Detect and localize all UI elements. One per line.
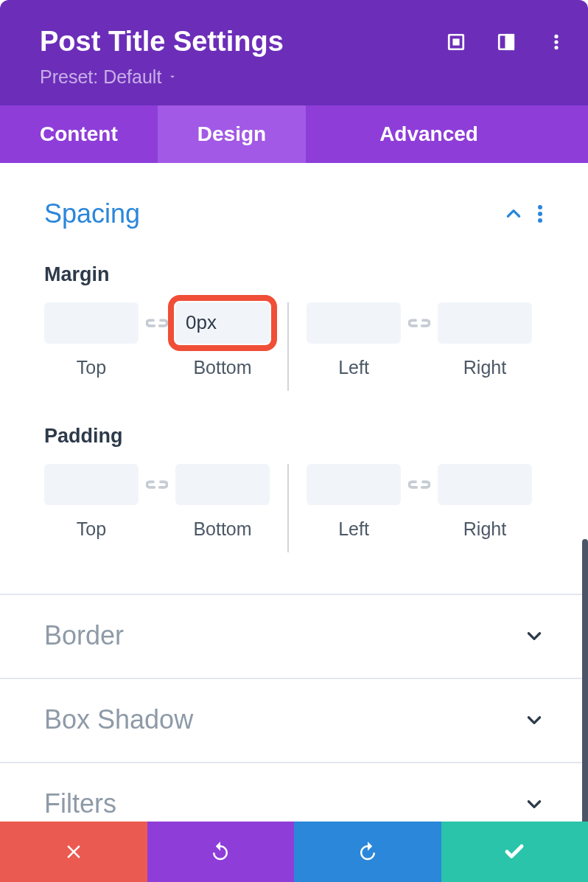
vertical-divider <box>287 464 289 552</box>
section-filters-title: Filters <box>44 788 116 819</box>
padding-group: Padding Top Bottom <box>44 425 544 552</box>
redo-icon <box>357 841 379 863</box>
section-box-shadow-title: Box Shadow <box>44 704 193 735</box>
tab-advanced[interactable]: Advanced <box>306 105 514 163</box>
chevron-down-icon[interactable] <box>525 710 544 729</box>
margin-bottom-input[interactable] <box>175 302 270 344</box>
section-box-shadow-header[interactable]: Box Shadow <box>44 704 544 735</box>
padding-row: Top Bottom Left <box>44 464 544 552</box>
preset-dropdown[interactable]: Preset: Default <box>40 66 178 88</box>
padding-left-input[interactable] <box>307 464 401 505</box>
margin-left-label: Left <box>338 357 369 378</box>
section-box-shadow: Box Shadow <box>0 679 588 763</box>
panel-body: Spacing Margin Top <box>0 163 588 822</box>
section-spacing-title: Spacing <box>44 198 140 229</box>
padding-left-label: Left <box>338 518 369 540</box>
svg-point-7 <box>554 46 558 49</box>
link-icon[interactable] <box>139 302 175 344</box>
svg-point-8 <box>538 205 542 209</box>
padding-label: Padding <box>44 425 544 448</box>
margin-group: Margin Top Bottom <box>44 263 544 391</box>
margin-left-input[interactable] <box>307 302 401 344</box>
link-icon[interactable] <box>401 464 438 505</box>
hover-settings-icon[interactable] <box>497 32 516 52</box>
action-footer <box>0 822 588 882</box>
section-border-header[interactable]: Border <box>44 620 544 651</box>
padding-bottom-label: Bottom <box>193 518 251 540</box>
tab-content[interactable]: Content <box>0 105 158 163</box>
undo-button[interactable] <box>147 822 295 882</box>
margin-label: Margin <box>44 263 544 286</box>
preset-label: Preset: Default <box>40 66 161 88</box>
margin-top-label: Top <box>77 357 106 378</box>
cancel-button[interactable] <box>0 822 147 882</box>
margin-top-input[interactable] <box>44 302 139 344</box>
padding-top-label: Top <box>77 518 106 540</box>
svg-point-9 <box>538 212 542 216</box>
margin-row: Top Bottom Left <box>44 302 544 391</box>
padding-right-input[interactable] <box>438 464 532 505</box>
section-border: Border <box>0 595 588 679</box>
section-filters-header[interactable]: Filters <box>44 788 544 819</box>
padding-top-input[interactable] <box>44 464 139 505</box>
chevron-down-icon[interactable] <box>525 626 544 645</box>
header-actions <box>447 32 566 52</box>
vertical-divider <box>287 302 289 391</box>
link-icon[interactable] <box>139 464 175 505</box>
caret-down-icon <box>167 72 178 82</box>
section-filters: Filters <box>0 763 588 822</box>
link-icon[interactable] <box>401 302 438 344</box>
more-options-icon[interactable] <box>547 32 566 52</box>
redo-button[interactable] <box>294 822 441 882</box>
tab-design[interactable]: Design <box>158 105 306 163</box>
tabs-bar: Content Design Advanced <box>0 105 588 163</box>
close-icon <box>63 841 85 863</box>
chevron-up-icon[interactable] <box>504 204 523 223</box>
margin-right-label: Right <box>463 357 506 378</box>
undo-icon <box>209 841 231 863</box>
responsive-preview-icon[interactable] <box>447 32 466 52</box>
settings-panel: Post Title Settings Preset: Default Cont… <box>0 0 588 882</box>
padding-right-label: Right <box>463 518 506 540</box>
panel-header: Post Title Settings Preset: Default <box>0 0 588 105</box>
section-border-title: Border <box>44 620 124 651</box>
section-options-icon[interactable] <box>536 204 544 223</box>
svg-rect-1 <box>454 40 459 45</box>
svg-rect-4 <box>506 35 514 49</box>
section-spacing-header[interactable]: Spacing <box>44 198 544 229</box>
check-icon <box>503 841 525 863</box>
chevron-down-icon[interactable] <box>525 794 544 813</box>
svg-point-5 <box>554 35 558 38</box>
svg-point-6 <box>554 40 558 44</box>
svg-point-10 <box>538 218 542 223</box>
margin-right-input[interactable] <box>438 302 532 344</box>
scrollbar-thumb[interactable] <box>582 539 588 822</box>
save-button[interactable] <box>441 822 589 882</box>
section-spacing: Spacing Margin Top <box>0 163 588 595</box>
margin-bottom-label: Bottom <box>193 357 251 378</box>
padding-bottom-input[interactable] <box>175 464 270 505</box>
